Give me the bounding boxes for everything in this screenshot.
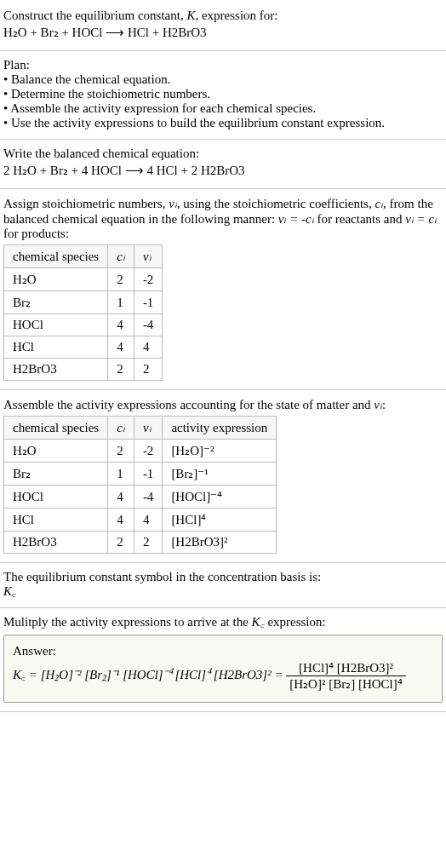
- col-activity: activity expression: [163, 417, 277, 440]
- rel-product: νᵢ = cᵢ: [405, 212, 437, 226]
- stoich-intro-e: for products:: [3, 227, 69, 240]
- cell-sp: Br₂: [4, 291, 108, 314]
- cell-act: [HCl]⁴: [163, 509, 277, 532]
- cell-vi: -2: [134, 440, 163, 463]
- plan-step-1: • Balance the chemical equation.: [3, 72, 443, 87]
- table-row: HCl44: [4, 336, 163, 359]
- fraction-numerator: [HCl]⁴ [H2BrO3]²: [286, 660, 405, 676]
- cell-sp: HCl: [4, 336, 108, 359]
- c-i-1: cᵢ: [375, 197, 383, 210]
- multiply-title: Mulitply the activity expressions to arr…: [3, 615, 443, 629]
- cell-ci: 1: [108, 291, 134, 314]
- stoich-table: chemical species cᵢ νᵢ H₂O2-2 Br₂1-1 HOC…: [3, 244, 163, 381]
- table-row: HOCl4-4: [4, 314, 163, 336]
- cell-sp: Br₂: [4, 463, 108, 486]
- stoich-intro: Assign stoichiometric numbers, νᵢ, using…: [3, 196, 443, 241]
- cell-ci: 1: [108, 463, 134, 486]
- cell-sp: HOCl: [4, 314, 108, 336]
- cell-sp: HOCl: [4, 486, 108, 509]
- plan-block: Plan: • Balance the chemical equation. •…: [0, 51, 446, 140]
- cell-ci: 4: [108, 336, 134, 359]
- table-row: HCl44[HCl]⁴: [4, 509, 277, 532]
- answer-label: Answer:: [13, 644, 433, 658]
- kc-symbol: K꜀: [252, 615, 265, 629]
- cell-act: [HOCl]⁻⁴: [163, 486, 277, 509]
- multiply-title-b: expression:: [265, 615, 326, 629]
- table-row: H₂O2-2: [4, 268, 163, 291]
- symbol-value: K꜀: [3, 584, 443, 599]
- col-species: chemical species: [4, 417, 108, 440]
- cell-act: [H2BrO3]²: [163, 532, 277, 554]
- rel-reactant: νᵢ = -cᵢ: [278, 212, 314, 226]
- cell-vi: 2: [134, 359, 163, 381]
- col-ci: cᵢ: [108, 417, 134, 440]
- balanced-title: Write the balanced chemical equation:: [3, 147, 443, 161]
- activity-title-b: :: [382, 398, 386, 411]
- cell-act: [Br₂]⁻¹: [163, 463, 277, 486]
- fraction-denominator: [H₂O]² [Br₂] [HOCl]⁴: [286, 676, 405, 692]
- plan-step-3: • Assemble the activity expression for e…: [3, 101, 443, 116]
- symbol-block: The equilibrium constant symbol in the c…: [0, 563, 446, 608]
- prompt-text-a: Construct the equilibrium constant,: [3, 9, 186, 22]
- cell-vi: 4: [134, 336, 163, 359]
- col-species: chemical species: [4, 245, 108, 268]
- plan-title: Plan:: [3, 58, 443, 72]
- col-vi: νᵢ: [134, 245, 163, 268]
- cell-ci: 2: [108, 359, 134, 381]
- header-prompt: Construct the equilibrium constant, K, e…: [3, 9, 443, 23]
- table-row: HOCl4-4[HOCl]⁻⁴: [4, 486, 277, 509]
- stoich-block: Assign stoichiometric numbers, νᵢ, using…: [0, 189, 446, 390]
- plan-step-4: • Use the activity expressions to build …: [3, 116, 443, 130]
- cell-sp: H₂O: [4, 268, 108, 291]
- plan-step-2: • Determine the stoichiometric numbers.: [3, 87, 443, 101]
- answer-fraction: [HCl]⁴ [H2BrO3]² [H₂O]² [Br₂] [HOCl]⁴: [286, 660, 405, 692]
- col-ci: cᵢ: [108, 245, 134, 268]
- activity-title-a: Assemble the activity expressions accoun…: [3, 398, 374, 411]
- multiply-block: Mulitply the activity expressions to arr…: [0, 608, 446, 712]
- answer-equation: K꜀ = [H₂O]⁻² [Br₂]⁻¹ [HOCl]⁻⁴ [HCl]⁴ [H2…: [13, 660, 433, 692]
- cell-act: [H₂O]⁻²: [163, 440, 277, 463]
- answer-lhs: K꜀ = [H₂O]⁻² [Br₂]⁻¹ [HOCl]⁻⁴ [HCl]⁴ [H2…: [13, 668, 286, 681]
- cell-vi: -4: [134, 486, 163, 509]
- table-row: Br₂1-1[Br₂]⁻¹: [4, 463, 277, 486]
- balanced-block: Write the balanced chemical equation: 2 …: [0, 140, 446, 189]
- answer-box: Answer: K꜀ = [H₂O]⁻² [Br₂]⁻¹ [HOCl]⁻⁴ [H…: [3, 635, 443, 703]
- table-row: H2BrO322[H2BrO3]²: [4, 532, 277, 554]
- cell-sp: HCl: [4, 509, 108, 532]
- table-row: Br₂1-1: [4, 291, 163, 314]
- cell-vi: 2: [134, 532, 163, 554]
- cell-ci: 2: [108, 268, 134, 291]
- cell-ci: 2: [108, 532, 134, 554]
- cell-sp: H2BrO3: [4, 359, 108, 381]
- cell-ci: 4: [108, 314, 134, 336]
- prompt-text-b: , expression for:: [195, 9, 277, 22]
- nu-i-2: νᵢ: [374, 398, 382, 411]
- cell-ci: 4: [108, 486, 134, 509]
- activity-title: Assemble the activity expressions accoun…: [3, 397, 443, 412]
- cell-vi: 4: [134, 509, 163, 532]
- cell-vi: -1: [134, 463, 163, 486]
- cell-sp: H2BrO3: [4, 532, 108, 554]
- activity-block: Assemble the activity expressions accoun…: [0, 390, 446, 563]
- activity-table: chemical species cᵢ νᵢ activity expressi…: [3, 416, 277, 554]
- table-row: H₂O2-2[H₂O]⁻²: [4, 440, 277, 463]
- cell-ci: 4: [108, 509, 134, 532]
- cell-ci: 2: [108, 440, 134, 463]
- table-header-row: chemical species cᵢ νᵢ: [4, 245, 163, 268]
- col-vi: νᵢ: [134, 417, 163, 440]
- cell-sp: H₂O: [4, 440, 108, 463]
- k-symbol: K: [186, 9, 195, 22]
- symbol-title: The equilibrium constant symbol in the c…: [3, 570, 443, 584]
- table-header-row: chemical species cᵢ νᵢ activity expressi…: [4, 417, 277, 440]
- cell-vi: -4: [134, 314, 163, 336]
- header-block: Construct the equilibrium constant, K, e…: [0, 0, 446, 51]
- balanced-equation: 2 H₂O + Br₂ + 4 HOCl ⟶ 4 HCl + 2 H2BrO3: [3, 163, 443, 178]
- stoich-intro-d: for reactants and: [314, 212, 405, 226]
- stoich-intro-a: Assign stoichiometric numbers,: [3, 197, 169, 210]
- multiply-title-a: Mulitply the activity expressions to arr…: [3, 615, 252, 629]
- cell-vi: -1: [134, 291, 163, 314]
- table-row: H2BrO322: [4, 359, 163, 381]
- header-equation: H₂O + Br₂ + HOCl ⟶ HCl + H2BrO3: [3, 25, 443, 40]
- stoich-intro-b: , using the stoichiometric coefficients,: [177, 197, 375, 210]
- cell-vi: -2: [134, 268, 163, 291]
